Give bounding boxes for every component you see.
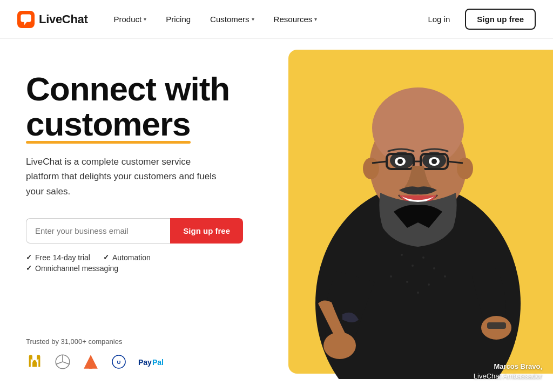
check-icon: ✓ — [26, 264, 32, 272]
nav-customers[interactable]: Customers ▾ — [201, 10, 263, 28]
svg-text:Pal: Pal — [152, 358, 164, 367]
brand-logos: U Pay Pal — [26, 353, 243, 370]
header-actions: Log in Sign up free — [419, 9, 536, 30]
hero-right: Marcos Bravo, LiveChat Ambassador — [265, 39, 553, 392]
svg-rect-27 — [487, 322, 506, 329]
feature-row-2: ✓ Omnichannel messaging — [26, 264, 243, 273]
unilever-logo: U — [110, 353, 127, 370]
feature-row-1: ✓ Free 14-day trial ✓ Automation — [26, 253, 243, 262]
svg-text:Pay: Pay — [138, 358, 152, 367]
header: LiveChat Product ▾ Pricing Customers ▾ R… — [0, 0, 553, 39]
feature-trial: ✓ Free 14-day trial — [26, 253, 90, 262]
email-input[interactable] — [26, 218, 170, 244]
hero-subtitle: LiveChat is a complete customer service … — [26, 154, 220, 199]
chevron-down-icon: ▾ — [314, 16, 317, 22]
signup-form: Sign up free — [26, 218, 243, 244]
svg-point-33 — [428, 283, 430, 286]
paypal-logo: Pay Pal — [138, 355, 171, 368]
person-container — [283, 44, 553, 379]
svg-point-24 — [431, 159, 437, 164]
svg-point-32 — [406, 281, 408, 283]
svg-point-25 — [323, 332, 356, 359]
logo-text: LiveChat — [39, 12, 88, 26]
chevron-down-icon: ▾ — [252, 16, 254, 22]
nav-pricing[interactable]: Pricing — [157, 10, 199, 28]
svg-point-11 — [363, 158, 379, 179]
svg-point-31 — [433, 267, 435, 269]
check-icon: ✓ — [103, 253, 109, 261]
svg-point-36 — [444, 275, 446, 278]
hero-left: Connect with customers LiveChat is a com… — [0, 39, 265, 392]
feature-automation: ✓ Automation — [103, 253, 151, 262]
livechat-logo-icon — [17, 11, 35, 28]
chevron-down-icon: ▾ — [144, 16, 146, 22]
mercedes-logo — [54, 353, 71, 370]
person-illustration — [294, 44, 542, 379]
main-nav: Product ▾ Pricing Customers ▾ Resources … — [105, 10, 420, 28]
svg-point-29 — [412, 265, 414, 267]
nav-resources[interactable]: Resources ▾ — [265, 10, 326, 28]
trusted-text: Trusted by 31,000+ companies — [26, 337, 243, 347]
svg-point-35 — [390, 275, 392, 278]
header-signup-button[interactable]: Sign up free — [465, 9, 536, 30]
svg-point-12 — [457, 158, 473, 179]
trusted-section: Trusted by 31,000+ companies — [26, 321, 243, 370]
mcdonalds-logo — [26, 353, 43, 370]
person-name-tag: Marcos Bravo, LiveChat Ambassador — [474, 362, 542, 381]
signup-button-main[interactable]: Sign up free — [170, 218, 243, 244]
features-list: ✓ Free 14-day trial ✓ Automation ✓ Omnic… — [26, 253, 243, 273]
nav-product[interactable]: Product ▾ — [105, 10, 156, 28]
svg-point-13 — [372, 87, 464, 168]
logo-link[interactable]: LiveChat — [17, 11, 88, 28]
hero-title-customers: customers — [26, 106, 191, 141]
main-content: Connect with customers LiveChat is a com… — [0, 39, 553, 392]
svg-point-30 — [422, 256, 424, 259]
svg-point-34 — [417, 292, 419, 294]
hero-title: Connect with customers — [26, 71, 243, 141]
svg-point-28 — [401, 254, 403, 256]
svg-text:U: U — [117, 359, 121, 365]
check-icon: ✓ — [26, 253, 32, 261]
login-button[interactable]: Log in — [419, 10, 458, 28]
svg-point-23 — [397, 159, 403, 164]
feature-omnichannel: ✓ Omnichannel messaging — [26, 264, 118, 273]
adobe-logo — [82, 353, 99, 370]
